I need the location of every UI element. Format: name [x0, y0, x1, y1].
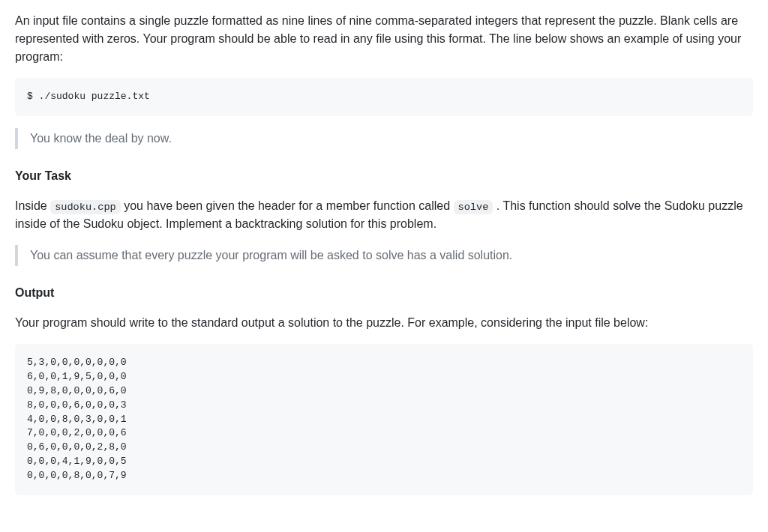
task-text-1: Inside — [15, 199, 50, 212]
your-task-heading: Your Task — [15, 167, 753, 185]
inline-code-solve: solve — [454, 200, 494, 214]
blockquote-hint-1: You know the deal by now. — [15, 128, 753, 149]
blockquote-text: You know the deal by now. — [30, 128, 741, 149]
blockquote-text: You can assume that every puzzle your pr… — [30, 245, 741, 266]
blockquote-hint-2: You can assume that every puzzle your pr… — [15, 245, 753, 266]
task-paragraph: Inside sudoku.cpp you have been given th… — [15, 197, 753, 233]
puzzle-input-code-block: 5,3,0,0,0,0,0,0,0 6,0,0,1,9,5,0,0,0 0,9,… — [15, 344, 753, 495]
output-paragraph: Your program should write to the standar… — [15, 314, 753, 332]
inline-code-sudoku-cpp: sudoku.cpp — [50, 200, 121, 214]
output-heading: Output — [15, 284, 753, 302]
intro-paragraph: An input file contains a single puzzle f… — [15, 12, 753, 66]
task-text-2: you have been given the header for a mem… — [121, 199, 454, 212]
command-code-block: $ ./sudoku puzzle.txt — [15, 78, 753, 116]
